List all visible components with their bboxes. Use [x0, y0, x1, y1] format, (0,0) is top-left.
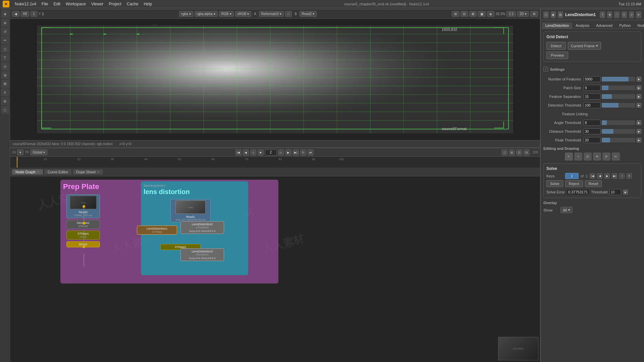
play-back-btn[interactable]: ◁	[250, 149, 256, 156]
loop-btn[interactable]: ↻	[300, 149, 306, 156]
bounce-btn[interactable]: ⇄	[308, 149, 314, 156]
viewer-overlay-btn2[interactable]: ⊟	[461, 11, 468, 17]
node-bookmark-btn[interactable]: ★	[607, 11, 612, 18]
viewer-overlay-btn3[interactable]: ⊠	[469, 11, 477, 17]
tool-shape[interactable]: ◻	[1, 45, 9, 53]
alpha-channel-select[interactable]: rgba.alpha▾	[195, 11, 218, 17]
patch-size-input[interactable]	[584, 85, 600, 91]
solve-add-btn[interactable]: +	[619, 173, 625, 179]
ratio-select[interactable]: 1:1	[506, 11, 516, 17]
read-b-select[interactable]: Read2▾	[300, 11, 317, 17]
num-features-input[interactable]	[584, 76, 600, 82]
viewer-settings-btn[interactable]: ⚙	[530, 11, 538, 17]
colorspace-select[interactable]: RGB▾	[219, 11, 234, 17]
angle-thresh-expand[interactable]: ▶	[637, 120, 641, 125]
settings-enabled-checkbox[interactable]	[543, 67, 548, 71]
tool-color[interactable]: ⬡	[1, 106, 9, 114]
angle-thresh-slider[interactable]	[602, 120, 635, 125]
patch-size-expand[interactable]: ▶	[637, 85, 641, 90]
menu-workspace[interactable]: Workspace	[63, 1, 89, 7]
num-features-slider[interactable]	[602, 77, 635, 81]
node-vis-btn[interactable]: ◉	[551, 11, 556, 18]
tool-move[interactable]: ✥	[1, 10, 9, 18]
solve-prev-key-btn[interactable]: |◀	[590, 173, 595, 179]
preview-btn[interactable]: Preview	[546, 52, 568, 59]
num-features-expand[interactable]: ▶	[637, 77, 641, 81]
solve-keys-input[interactable]	[565, 173, 579, 179]
solve-del-btn[interactable]: ✕	[627, 173, 632, 179]
current-frame-input[interactable]	[265, 149, 277, 156]
solve-next-key-btn[interactable]: ▶|	[612, 173, 617, 179]
tool-rotate[interactable]: ↺	[1, 27, 9, 36]
detection-thresh-input[interactable]	[584, 102, 600, 108]
tool-rect-btn[interactable]: ⊡	[584, 153, 592, 161]
menu-cache[interactable]: Cache	[124, 1, 141, 7]
viewer-overlay-btn4[interactable]: ▣	[478, 11, 486, 17]
next-frame-btn[interactable]: ▶	[285, 149, 291, 156]
node-more-btn[interactable]: ⋯	[614, 11, 620, 18]
overlay-show-select[interactable]: All▾	[560, 207, 573, 213]
node-tab-lensdist[interactable]: LensDistortion	[542, 22, 572, 28]
detection-thresh-expand[interactable]: ▶	[637, 103, 641, 108]
tool-zoom[interactable]: ⊕	[1, 19, 9, 27]
stop-btn[interactable]: ■	[258, 149, 264, 156]
node-tab-node[interactable]: Node	[634, 22, 644, 28]
current-frame-dropdown[interactable]: Current Frame▾	[568, 42, 601, 50]
frame-range-end[interactable]: 1	[31, 11, 37, 17]
tool-point-btn[interactable]: +	[574, 153, 582, 161]
peak-thresh-input[interactable]	[584, 137, 600, 143]
node-collapse-btn[interactable]: ▽	[622, 11, 627, 18]
play-btn[interactable]: ▷	[278, 149, 284, 156]
angle-thresh-input[interactable]	[584, 120, 600, 126]
node-tab-python[interactable]: Python	[616, 22, 634, 28]
viewer-render-btn4[interactable]: ⊟	[524, 149, 530, 156]
menu-viewer[interactable]: Viewer	[89, 1, 106, 7]
mode-2d-select[interactable]: 2D▾	[517, 11, 529, 17]
reject-btn[interactable]: Reject	[565, 180, 583, 187]
prev-frame-btn[interactable]: ◀	[243, 149, 249, 156]
viewer-overlay-btn1[interactable]: ⊞	[452, 11, 459, 17]
tool-grid[interactable]: #	[1, 88, 9, 97]
feature-sep-input[interactable]	[584, 94, 600, 100]
node-write1[interactable]: Write1	[66, 241, 100, 247]
peak-thresh-slider[interactable]	[602, 138, 635, 142]
tool-brush-btn[interactable]: ✏	[612, 153, 620, 161]
rgba-channel-select[interactable]: rgba▾	[179, 11, 193, 17]
node-stmap1[interactable]: STMap1 stmap	[66, 231, 100, 240]
tool-warp[interactable]: ⌘	[1, 80, 9, 88]
timeline-ruler[interactable]: 1 10 20 30 40 50 60 70 80 90 100	[10, 157, 540, 168]
frame-range-start[interactable]: f/8	[21, 11, 29, 17]
tool-paint[interactable]: ✏	[1, 36, 9, 44]
node-graph-tab-close[interactable]: ✕	[37, 170, 40, 174]
menu-file[interactable]: File	[39, 1, 51, 7]
tool-misc[interactable]: ⚙	[1, 97, 9, 105]
distance-thresh-input[interactable]	[584, 128, 600, 134]
node-lensdist2[interactable]: LensDistortion2 (Undistort) Sony A7ii 35…	[180, 221, 224, 234]
prev-frame-nav[interactable]: ◀	[12, 11, 19, 17]
threshold-expand[interactable]: ▶	[623, 190, 628, 194]
tool-text[interactable]: T	[1, 54, 9, 62]
menu-help[interactable]: Help	[141, 1, 155, 7]
next-key-btn[interactable]: ▶|	[293, 149, 299, 156]
node-graph-canvas[interactable]: 人人素材 人人素材 人人素材 人人素材 Prep Plate img Read2…	[10, 176, 540, 362]
prev-key-btn[interactable]: |◀	[235, 149, 241, 156]
viewer-btn-1[interactable]: □	[285, 11, 292, 17]
patch-size-slider[interactable]	[602, 85, 635, 90]
node-detach-btn[interactable]: ↗	[629, 11, 634, 18]
solve-btn[interactable]: Solve	[546, 180, 563, 187]
tool-transform2-btn[interactable]: ⟳	[602, 153, 610, 161]
node-tab-analysis[interactable]: Analysis	[572, 22, 593, 28]
node-help-btn[interactable]: ?	[600, 11, 605, 18]
detection-thresh-slider[interactable]	[602, 103, 635, 108]
tab-dope-sheet[interactable]: Dope Sheet ✕	[73, 169, 103, 175]
detect-btn[interactable]: Detect	[546, 42, 566, 50]
viewer-render-btn2[interactable]: ⊞	[509, 149, 515, 156]
node-x-btn[interactable]: ✕	[636, 11, 641, 18]
node-disc-btn[interactable]: ⊞	[558, 11, 563, 18]
tool-roto[interactable]: ⊙	[1, 62, 9, 70]
range-select[interactable]: Global▾	[30, 149, 47, 155]
tab-node-graph[interactable]: Node Graph ✕	[12, 169, 43, 175]
reformat-select[interactable]: Reformat10▾	[259, 11, 284, 17]
viewer-render-btn3[interactable]: ⊡	[516, 149, 522, 156]
menu-edit[interactable]: Edit	[51, 1, 63, 7]
